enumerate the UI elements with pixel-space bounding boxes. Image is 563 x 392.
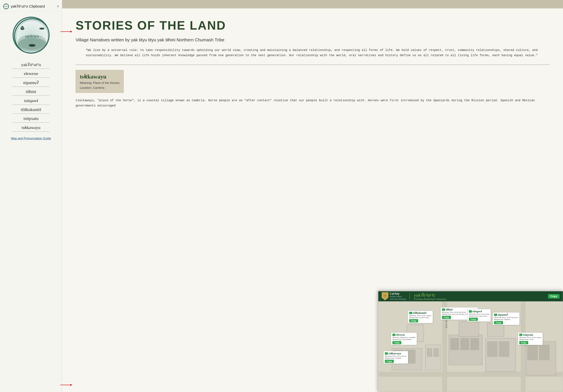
map-copy-button-4[interactable]: Copy: [392, 341, 401, 344]
cal-poly-sub2: University Housing: [390, 298, 406, 300]
map-copy-button-5[interactable]: Copy: [519, 341, 528, 344]
main-content: STORIES OF THE LAND Village Narratives w…: [62, 0, 563, 392]
nav-item-nav-nipumu[interactable]: nipumuʔ: [13, 78, 50, 87]
speaker-icon: ♪: [519, 334, 522, 336]
logo-circle: yakʔitʸutʸu: [13, 17, 50, 54]
speaker-icon: ♪: [392, 334, 396, 336]
map-label-meaning-2: Meaning: Place of the dogs: [469, 313, 489, 315]
nav-item-nav-tsitqawi[interactable]: tsitqawɨ: [13, 96, 50, 105]
map-label-site-4: Modern Site: Paso Robles: [392, 338, 415, 340]
logo-circle-container: yakʔitʸutʸu: [13, 17, 50, 54]
cal-poly-name: Cal Poly: [390, 292, 406, 295]
map-label-meaning-0: Meaning: Place of the rabbits: [409, 314, 431, 316]
copy-button-main[interactable]: Copy: [548, 294, 560, 299]
nav-item-nav-tsitpxatu[interactable]: tsitpxatu: [13, 114, 50, 123]
map-copy-button-3[interactable]: Copy: [494, 321, 503, 324]
place-card-location: Location: Cambria: [80, 86, 119, 90]
place-card: tsɨtkawayu Meaning: Place of the Horses …: [76, 70, 124, 93]
cal-poly-shield-icon: CAL POLY: [382, 292, 388, 300]
cal-poly-logo: CAL POLY Cal Poly Student Affairs Univer…: [382, 292, 406, 300]
map-labels-container: ♪tšiłkukunitšMeaning: Place of the rabbi…: [378, 301, 563, 392]
map-link[interactable]: Map and Pronunciation Guide: [11, 137, 51, 140]
map-label-4: ♪elewexeMeaning: Named for swordfishMode…: [391, 332, 417, 345]
map-label-name-6[interactable]: ♪tsɨtkawayu: [385, 352, 407, 355]
header-divider: [409, 293, 410, 300]
speaker-icon: ♪: [385, 352, 388, 355]
nav-item-nav-yakityu[interactable]: yakʔitʸutʸu: [13, 60, 50, 69]
map-label-name-2[interactable]: ♪tsitqawɨ: [469, 310, 489, 313]
map-label-site-2: Modern Site: Morro Bay: [469, 315, 489, 317]
arrow-logo: [60, 30, 72, 34]
place-card-meaning: Meaning: Place of the Horses: [80, 81, 119, 85]
cal-poly-sub1: Student Affairs: [390, 295, 406, 298]
nav-item-nav-tsilkukunits[interactable]: tšiłkukunitš: [13, 105, 50, 114]
quote-block: "We live by a universal rule: to take re…: [86, 48, 539, 58]
map-label-6: ♪tsɨtkawayuMeaning: Place of the horsesM…: [383, 351, 408, 364]
close-button[interactable]: ×: [57, 4, 59, 9]
map-label-name-5[interactable]: ♪tsitpxatu: [519, 333, 541, 336]
svg-point-15: [29, 44, 36, 47]
svg-marker-18: [70, 31, 72, 33]
map-label-2: ♪tsitqawɨMeaning: Place of the dogsModer…: [467, 309, 491, 322]
map-label-meaning-4: Meaning: Named for swordfish: [392, 336, 415, 338]
logo-animals-svg: yakʔitʸutʸu: [14, 18, 50, 54]
speaker-icon: ♪: [469, 310, 472, 313]
map-label-meaning-6: Meaning: Place of the horses: [385, 355, 407, 357]
svg-text:yakʔitʸutʸu: yakʔitʸutʸu: [25, 35, 39, 38]
nav-item-nav-elewexe[interactable]: elewexe: [13, 69, 50, 78]
map-label-site-0: Modern Site: Carrizo Plain: [409, 316, 431, 318]
map-label-site-3: Modern Site: Nipomo: [494, 318, 518, 320]
map-sub-title: Freshman Residential Community: [414, 298, 446, 301]
divider: [76, 65, 550, 65]
sidebar-title: yakʔitʸutʸu Clipboard: [11, 4, 45, 9]
nav-item-nav-tsitkawayu[interactable]: tsɨtkawayu: [13, 123, 50, 132]
map-label-3: ♪nipumuʔMeaning: Place of the big houseM…: [493, 312, 520, 325]
map-header: CAL POLY Cal Poly Student Affairs Univer…: [378, 291, 563, 301]
sidebar-title-row: yakʔitʸutʸu Clipboard: [3, 3, 45, 9]
svg-marker-20: [70, 384, 72, 386]
map-label-meaning-5: Meaning: Place of the whales: [519, 336, 541, 338]
map-copy-button-0[interactable]: Copy: [409, 319, 418, 322]
svg-text:POLY: POLY: [384, 296, 386, 298]
map-label-5: ♪tsitpxatuMeaning: Place of the whalesMo…: [518, 332, 543, 345]
map-body: ♪ Click the names to hear pronunciation: [378, 301, 563, 392]
arrow-map-link: [60, 383, 72, 387]
map-main-title: yakʔitʸutʸu: [414, 292, 446, 298]
compass-icon: [3, 3, 9, 9]
map-overlay: CAL POLY Cal Poly Student Affairs Univer…: [378, 291, 563, 392]
subtitle: Village Narratives written by yak tityu …: [76, 37, 550, 42]
top-bar: [62, 0, 563, 8]
map-label-0: ♪tšiłkukunitšMeaning: Place of the rabbi…: [408, 311, 433, 323]
nav-item-nav-tilhini[interactable]: tiłhini: [13, 87, 50, 96]
speaker-icon: ♪: [494, 314, 497, 316]
map-label-name-4[interactable]: ♪elewexe: [392, 333, 415, 336]
map-label-site-5: Modern Site: Avila: [519, 338, 541, 340]
map-label-name-3[interactable]: ♪nipumuʔ: [494, 313, 518, 316]
speaker-icon: ♪: [409, 312, 412, 314]
map-label-name-0[interactable]: ♪tšiłkukunitš: [409, 312, 431, 314]
map-copy-button-1[interactable]: Copy: [442, 316, 451, 319]
map-label-site-6: Modern Site: Cambria: [385, 357, 407, 359]
map-copy-button-6[interactable]: Copy: [385, 360, 394, 363]
speaker-icon: ♪: [442, 308, 445, 311]
sidebar-header: yakʔitʸutʸu Clipboard ×: [0, 3, 62, 12]
sidebar: yakʔitʸutʸu Clipboard ×: [0, 0, 62, 392]
place-card-name: tsɨtkawayu: [80, 73, 119, 80]
svg-marker-14: [43, 27, 44, 30]
svg-text:CAL: CAL: [384, 294, 386, 296]
map-copy-button-2[interactable]: Copy: [469, 318, 478, 321]
svg-point-6: [6, 6, 7, 7]
page-title: STORIES OF THE LAND: [76, 18, 550, 32]
svg-point-12: [21, 26, 24, 28]
map-label-meaning-3: Meaning: Place of the big house: [494, 316, 518, 318]
place-description: tsɨtkawayu, "place of the horse", is a c…: [76, 98, 550, 108]
nav-items: yakʔitʸutʸuelewexenipumuʔtiłhinitsitqawɨ…: [0, 60, 62, 132]
cal-poly-text: Cal Poly Student Affairs University Hous…: [390, 292, 406, 300]
map-title-block: yakʔitʸutʸu Freshman Residential Communi…: [414, 292, 446, 301]
